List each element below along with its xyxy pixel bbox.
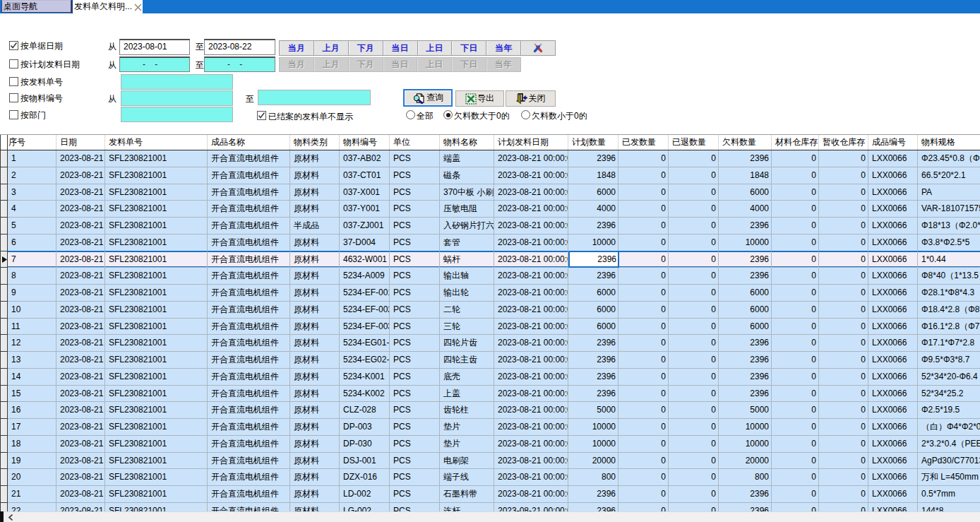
- cell-product[interactable]: 开合直流电机组件: [208, 386, 290, 403]
- cell-planqty[interactable]: 2396: [568, 486, 619, 503]
- header-cell-matstock[interactable]: 材料仓库存: [772, 135, 819, 150]
- cell-spec[interactable]: （白）Φ4*Φ2*0.3: [918, 419, 980, 436]
- cell-date[interactable]: 2023-08-21: [56, 419, 105, 436]
- cell-tempstock[interactable]: 0: [819, 335, 868, 352]
- cell-issued[interactable]: 0: [619, 419, 669, 436]
- cell-spec[interactable]: 0.5*7mm: [918, 486, 980, 503]
- cell-plandate[interactable]: 2023-08-21 00:00:00: [494, 402, 568, 419]
- cell-product[interactable]: 开合直流电机组件: [208, 201, 290, 218]
- cell-date[interactable]: 2023-08-21: [56, 218, 105, 235]
- cell-matstock[interactable]: 0: [772, 419, 819, 436]
- cell-planqty[interactable]: 2396: [568, 150, 619, 167]
- cell-unit[interactable]: PCS: [390, 369, 440, 386]
- cell-name[interactable]: 四轮主齿: [440, 352, 494, 369]
- cell-matstock[interactable]: 0: [772, 251, 819, 268]
- cell-matstock[interactable]: 0: [772, 369, 819, 386]
- cell-tempstock[interactable]: 0: [819, 268, 868, 285]
- gutter-cell[interactable]: [0, 218, 8, 235]
- cell-date[interactable]: 2023-08-21: [56, 201, 105, 218]
- cell-pcode[interactable]: LXX0066: [868, 402, 918, 419]
- gutter-cell[interactable]: [0, 486, 8, 503]
- cell-matstock[interactable]: 0: [772, 285, 819, 302]
- plan-date-to-input[interactable]: - -: [204, 57, 275, 72]
- cell-pcode[interactable]: LXX0066: [868, 503, 918, 511]
- cell-shortage[interactable]: 2396: [719, 386, 772, 403]
- cell-unit[interactable]: PCS: [390, 235, 440, 251]
- cell-cat[interactable]: 原材料: [290, 352, 340, 369]
- cell-issued[interactable]: 0: [619, 167, 669, 184]
- gutter-cell[interactable]: [0, 150, 8, 167]
- cell-unit[interactable]: PCS: [390, 419, 440, 436]
- header-cell-shortage[interactable]: 欠料数量: [719, 135, 772, 150]
- cell-unit[interactable]: PCS: [390, 268, 440, 285]
- cell-code[interactable]: DZX-016: [340, 469, 390, 486]
- clear-dates-button[interactable]: [521, 41, 555, 55]
- cell-returned[interactable]: 0: [669, 302, 719, 319]
- cell-plandate[interactable]: 2023-08-21 00:00:00: [494, 419, 568, 436]
- cell-order[interactable]: SFL230821001: [105, 386, 208, 403]
- date-btn-4[interactable]: 上日: [418, 41, 453, 55]
- cell-shortage[interactable]: 2396: [719, 352, 772, 369]
- cell-returned[interactable]: 0: [669, 235, 719, 251]
- cell-product[interactable]: 开合直流电机组件: [208, 469, 290, 486]
- cell-tempstock[interactable]: 0: [819, 352, 868, 369]
- table-row[interactable]: 32023-08-21SFL230821001开合直流电机组件原材料037-X0…: [0, 184, 980, 201]
- table-row[interactable]: 62023-08-21SFL230821001开合直流电机组件原材料37-D00…: [0, 235, 980, 251]
- cell-unit[interactable]: PCS: [390, 402, 440, 419]
- cell-returned[interactable]: 0: [669, 503, 719, 511]
- cell-pcode[interactable]: LXX0066: [868, 319, 918, 336]
- cell-cat[interactable]: 原材料: [290, 419, 340, 436]
- cell-matstock[interactable]: 0: [772, 302, 819, 319]
- cell-product[interactable]: 开合直流电机组件: [208, 302, 290, 319]
- cell-product[interactable]: 开合直流电机组件: [208, 402, 290, 419]
- cell-tempstock[interactable]: 0: [819, 402, 868, 419]
- gutter-cell[interactable]: [0, 167, 8, 184]
- cell-pcode[interactable]: LXX0066: [868, 201, 918, 218]
- cell-date[interactable]: 2023-08-21: [56, 369, 105, 386]
- cell-product[interactable]: 开合直流电机组件: [208, 436, 290, 453]
- cell-name[interactable]: 输出轮: [440, 285, 494, 302]
- cell-returned[interactable]: 0: [669, 436, 719, 453]
- cell-shortage[interactable]: 2396: [719, 335, 772, 352]
- table-row[interactable]: 52023-08-21SFL230821001开合直流电机组件半成品037-ZJ…: [0, 218, 980, 235]
- gutter-cell[interactable]: [0, 285, 8, 302]
- cell-unit[interactable]: PCS: [390, 319, 440, 336]
- cell-code[interactable]: LD-002: [340, 486, 390, 503]
- doc-date-from-input[interactable]: 2023-08-01: [119, 39, 190, 55]
- cell-order[interactable]: SFL230821001: [105, 503, 208, 511]
- date-btn-6[interactable]: 当年: [486, 41, 521, 55]
- cell-pcode[interactable]: LXX0066: [868, 369, 918, 386]
- radio-1[interactable]: [443, 110, 453, 119]
- cell-spec[interactable]: 144*8: [918, 503, 980, 511]
- cell-unit[interactable]: PCS: [390, 503, 440, 511]
- cell-unit[interactable]: PCS: [390, 386, 440, 403]
- cell-code[interactable]: 5234-EF-003: [340, 319, 390, 336]
- cell-order[interactable]: SFL230821001: [105, 251, 208, 268]
- cell-seq[interactable]: 22: [8, 503, 56, 511]
- gutter-header-cell[interactable]: [0, 135, 8, 150]
- cell-order[interactable]: SFL230821001: [105, 302, 208, 319]
- cell-seq[interactable]: 3: [8, 184, 56, 201]
- table-row[interactable]: 142023-08-21SFL230821001开合直流电机组件原材料5234-…: [0, 369, 980, 386]
- cell-shortage[interactable]: 10000: [719, 436, 772, 453]
- cell-plandate[interactable]: 2023-08-21 00:00:00: [494, 319, 568, 336]
- header-cell-returned[interactable]: 已退数量: [669, 135, 719, 150]
- cell-order[interactable]: SFL230821001: [105, 218, 208, 235]
- cell-plandate[interactable]: 2023-08-21 00:00:00: [494, 469, 568, 486]
- date-btn-1[interactable]: 上月: [314, 41, 349, 55]
- cell-tempstock[interactable]: 0: [819, 201, 868, 218]
- cell-name[interactable]: 压敏电阻: [440, 201, 494, 218]
- cell-shortage[interactable]: 10000: [719, 419, 772, 436]
- header-cell-issued[interactable]: 已发数量: [619, 135, 669, 150]
- tab-close-icon[interactable]: [134, 4, 142, 11]
- date-btn-3[interactable]: 当日: [383, 41, 418, 55]
- cell-planqty[interactable]: 2396: [568, 268, 619, 285]
- cell-matstock[interactable]: 0: [772, 486, 819, 503]
- cell-order[interactable]: SFL230821001: [105, 285, 208, 302]
- cell-planqty[interactable]: 2396: [568, 503, 619, 511]
- table-row[interactable]: 22023-08-21SFL230821001开合直流电机组件原材料037-CT…: [0, 167, 980, 184]
- cell-plandate[interactable]: 2023-08-21 00:00:00: [494, 335, 568, 352]
- header-cell-name[interactable]: 物料名称: [440, 135, 494, 150]
- gutter-cell[interactable]: [0, 184, 8, 201]
- cell-name[interactable]: 石墨料带: [440, 486, 494, 503]
